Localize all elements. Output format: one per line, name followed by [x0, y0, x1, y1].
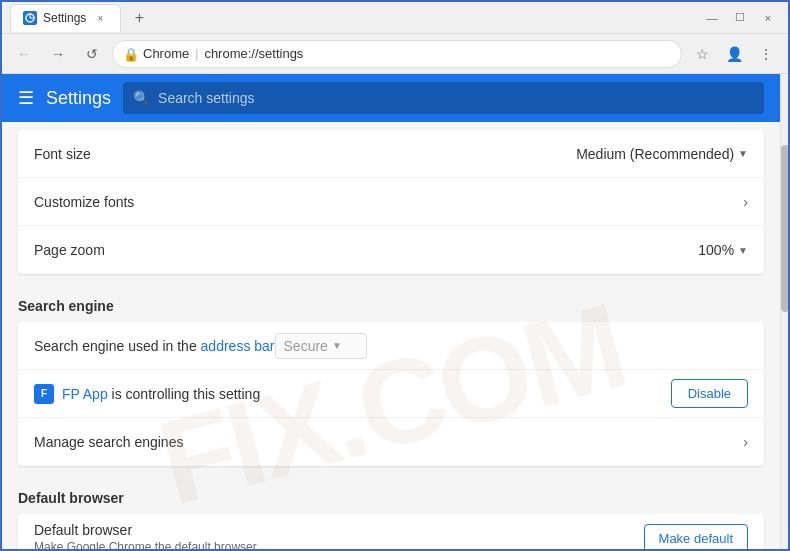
search-engine-value-text: Secure: [284, 338, 328, 354]
tab-close-btn[interactable]: ×: [92, 10, 108, 26]
default-browser-section-title: Default browser: [2, 474, 780, 514]
forward-button[interactable]: →: [44, 40, 72, 68]
chrome-menu-button[interactable]: ⋮: [752, 40, 780, 68]
url-site: Chrome: [143, 46, 189, 61]
fp-app-link[interactable]: FP App: [62, 386, 108, 402]
fp-app-icon: F: [34, 384, 54, 404]
default-browser-info: Default browser Make Google Chrome the d…: [34, 522, 644, 549]
url-divider: |: [195, 47, 198, 61]
font-size-label: Font size: [34, 146, 576, 162]
reload-button[interactable]: ↺: [78, 40, 106, 68]
fp-app-text: FP App is controlling this setting: [62, 386, 260, 402]
title-bar-left: Settings × +: [10, 4, 700, 32]
fp-app-controlling-text: is controlling this setting: [112, 386, 261, 402]
page-zoom-dropdown[interactable]: 100% ▼: [698, 242, 748, 258]
default-browser-description: Make Google Chrome the default browser: [34, 540, 644, 549]
fp-app-row: F FP App is controlling this setting Dis…: [18, 370, 764, 418]
new-tab-button[interactable]: +: [127, 6, 151, 30]
url-path: chrome://settings: [204, 46, 303, 61]
search-engine-chevron-icon: ▼: [332, 340, 342, 351]
minimize-button[interactable]: —: [700, 6, 724, 30]
page-zoom-value: 100%: [698, 242, 734, 258]
default-browser-title: Default browser: [34, 522, 644, 538]
bookmark-button[interactable]: ☆: [688, 40, 716, 68]
page-zoom-chevron-icon: ▼: [738, 245, 748, 256]
close-button[interactable]: ×: [756, 6, 780, 30]
search-engine-used-row: Search engine used in the address bar Se…: [18, 322, 764, 370]
font-size-dropdown[interactable]: Medium (Recommended) ▼: [576, 146, 748, 162]
back-button[interactable]: ←: [10, 40, 38, 68]
search-engine-used-label: Search engine used in the address bar: [34, 338, 275, 354]
url-bar[interactable]: 🔒 Chrome | chrome://settings: [112, 40, 682, 68]
search-engine-value-dropdown[interactable]: Secure ▼: [275, 333, 367, 359]
secure-icon: 🔒: [123, 47, 137, 61]
manage-search-engines-arrow-icon: ›: [743, 434, 748, 450]
hamburger-menu-button[interactable]: ☰: [18, 87, 34, 109]
address-bar-link[interactable]: address bar: [201, 338, 275, 354]
scrollbar-track[interactable]: [780, 74, 788, 549]
settings-page-title: Settings: [46, 88, 111, 109]
search-engine-section: Search engine used in the address bar Se…: [18, 322, 764, 466]
title-bar: Settings × + — ☐ ×: [2, 2, 788, 34]
fp-app-info: F FP App is controlling this setting: [34, 384, 671, 404]
maximize-button[interactable]: ☐: [728, 6, 752, 30]
window-frame: Settings × + — ☐ × ← → ↺ 🔒 Chrome | chro…: [0, 0, 790, 551]
default-browser-row: Default browser Make Google Chrome the d…: [18, 514, 764, 549]
disable-button[interactable]: Disable: [671, 379, 748, 408]
app-body: ☰ Settings 🔍 FIX.COM Font: [2, 74, 788, 549]
settings-search-box[interactable]: 🔍: [123, 82, 764, 114]
manage-search-engines-label: Manage search engines: [34, 434, 743, 450]
customize-fonts-label: Customize fonts: [34, 194, 743, 210]
manage-search-engines-row[interactable]: Manage search engines ›: [18, 418, 764, 466]
main-content: FIX.COM Font size Medium (Recommended) ▼: [2, 122, 780, 549]
profile-button[interactable]: 👤: [720, 40, 748, 68]
font-size-value: Medium (Recommended): [576, 146, 734, 162]
search-settings-input[interactable]: [158, 90, 754, 106]
search-engine-section-title: Search engine: [2, 282, 780, 322]
tab-favicon: [23, 11, 37, 25]
font-size-chevron-icon: ▼: [738, 148, 748, 159]
page-zoom-label: Page zoom: [34, 242, 698, 258]
address-bar: ← → ↺ 🔒 Chrome | chrome://settings ☆ 👤 ⋮: [2, 34, 788, 74]
active-tab[interactable]: Settings ×: [10, 4, 121, 32]
scrollbar-thumb[interactable]: [781, 145, 788, 311]
used-label-text: Search engine used in the: [34, 338, 197, 354]
appearance-section: Font size Medium (Recommended) ▼ Customi…: [18, 130, 764, 274]
address-right-controls: ☆ 👤 ⋮: [688, 40, 780, 68]
make-default-button[interactable]: Make default: [644, 524, 748, 550]
window-controls: — ☐ ×: [700, 6, 780, 30]
search-icon: 🔍: [133, 90, 150, 106]
default-browser-section: Default browser Make Google Chrome the d…: [18, 514, 764, 549]
settings-top-bar: ☰ Settings 🔍: [2, 74, 780, 122]
page-zoom-row: Page zoom 100% ▼: [18, 226, 764, 274]
content-wrapper: FIX.COM Font size Medium (Recommended) ▼: [2, 122, 780, 549]
font-size-row: Font size Medium (Recommended) ▼: [18, 130, 764, 178]
customize-fonts-arrow-icon: ›: [743, 194, 748, 210]
customize-fonts-row[interactable]: Customize fonts ›: [18, 178, 764, 226]
tab-title: Settings: [43, 11, 86, 25]
